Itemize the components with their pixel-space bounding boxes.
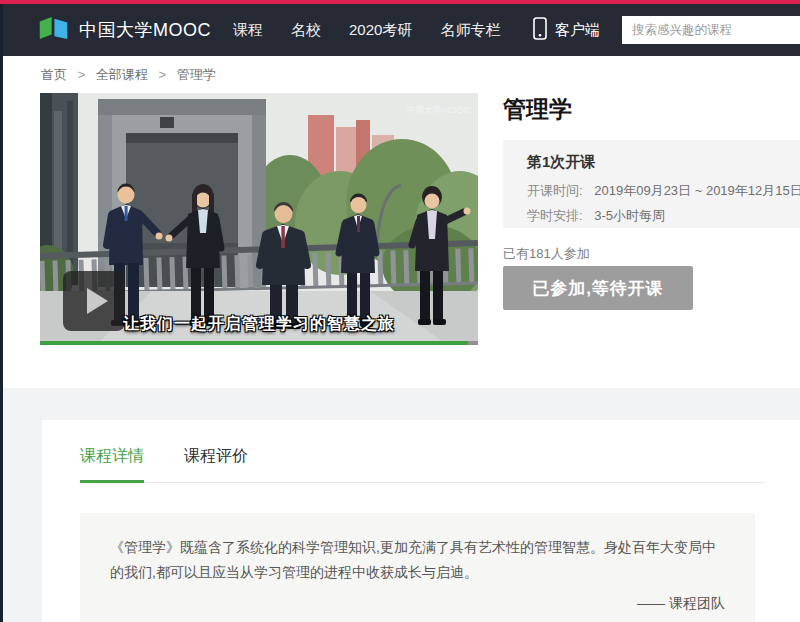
workload-label: 学时安排: (527, 208, 583, 223)
tab-course-reviews[interactable]: 课程评价 (184, 446, 248, 482)
main-nav: 课程 名校 2020考研 名师专栏 (219, 4, 514, 56)
smartphone-icon (533, 17, 547, 44)
logo-book-icon (37, 14, 70, 46)
lower-section: 课程详情 课程评价 《管理学》既蕴含了系统化的科学管理知识,更加充满了具有艺术性… (0, 388, 800, 622)
brand-top-line (0, 0, 800, 4)
workload-row: 学时安排: 3-5小时每周 (527, 207, 800, 225)
course-head-section: 首页 > 全部课程 > 管理学 (0, 56, 800, 388)
mooc-course-page: 中国大学MOOC 课程 名校 2020考研 名师专栏 客户端 首页 > 全部课程… (0, 0, 800, 622)
breadcrumb-current: 管理学 (177, 67, 216, 82)
schedule-label: 开课时间: (527, 183, 583, 198)
breadcrumb-all-courses[interactable]: 全部课程 (96, 67, 148, 82)
breadcrumb-separator: > (78, 67, 86, 82)
nav-item-teacher-columns[interactable]: 名师专栏 (426, 4, 514, 56)
client-app-label: 客户端 (555, 21, 600, 40)
session-label: 第1次开课 (527, 153, 800, 172)
logo-text: 中国大学MOOC (79, 18, 211, 42)
video-watermark: 中国大学MOOC (406, 105, 470, 115)
workload-value: 3-5小时每周 (594, 208, 665, 223)
enrolled-waiting-button[interactable]: 已参加,等待开课 (503, 266, 693, 310)
site-logo[interactable]: 中国大学MOOC (37, 14, 211, 46)
nav-item-schools[interactable]: 名校 (277, 4, 335, 56)
nav-item-courses[interactable]: 课程 (219, 4, 277, 56)
breadcrumb: 首页 > 全部课程 > 管理学 (41, 66, 216, 84)
window-left-edge (0, 0, 3, 622)
top-navbar: 中国大学MOOC 课程 名校 2020考研 名师专栏 客户端 (0, 4, 800, 56)
video-progress-bar[interactable] (40, 341, 478, 345)
course-session-box: 第1次开课 开课时间: 2019年09月23日 ~ 2019年12月15日 学时… (503, 140, 800, 228)
nav-item-kaoyan-2020[interactable]: 2020考研 (335, 4, 426, 56)
schedule-value: 2019年09月23日 ~ 2019年12月15日 (594, 183, 800, 198)
breadcrumb-home[interactable]: 首页 (41, 67, 67, 82)
course-title: 管理学 (503, 94, 572, 125)
video-progress-fill (40, 341, 468, 345)
video-subtitle: 让我们一起开启管理学习的智慧之旅 (40, 314, 478, 335)
schedule-row: 开课时间: 2019年09月23日 ~ 2019年12月15日 (527, 182, 800, 200)
course-intro-attribution: —— 课程团队 (110, 595, 725, 613)
course-tabs: 课程详情 课程评价 (80, 446, 765, 483)
breadcrumb-separator: > (158, 67, 166, 82)
course-detail-card: 课程详情 课程评价 《管理学》既蕴含了系统化的科学管理知识,更加充满了具有艺术性… (42, 420, 800, 622)
course-intro-video[interactable]: 中国大学MOOC 让我们一起开启管理学习的智慧之旅 (40, 93, 478, 345)
enrolled-count-text: 已有181人参加 (503, 245, 590, 263)
search-input[interactable] (622, 16, 800, 44)
tab-course-details[interactable]: 课程详情 (80, 446, 144, 483)
course-intro-quote-box: 《管理学》既蕴含了系统化的科学管理知识,更加充满了具有艺术性的管理智慧。身处百年… (80, 513, 755, 622)
course-intro-text: 《管理学》既蕴含了系统化的科学管理知识,更加充满了具有艺术性的管理智慧。身处百年… (110, 535, 725, 585)
play-icon (87, 288, 108, 314)
client-app-link[interactable]: 客户端 (533, 17, 600, 44)
